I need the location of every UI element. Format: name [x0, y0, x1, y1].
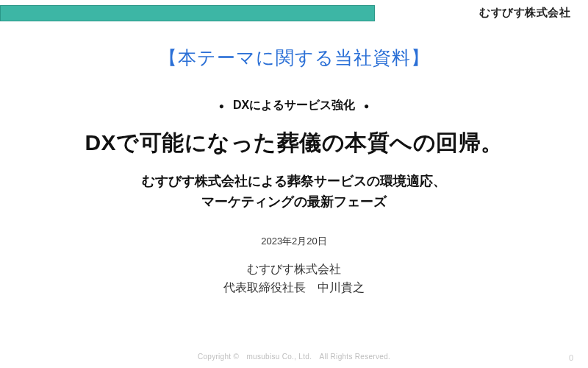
organization-block: むすびす株式会社 代表取締役社長 中川貴之: [0, 260, 588, 297]
page-number: 0: [569, 353, 573, 362]
slide-content: 【本テーマに関する当社資料】 ● DXによるサービス強化 ● DXで可能になった…: [0, 26, 588, 297]
date: 2023年2月20日: [0, 235, 588, 248]
tagline-row: ● DXによるサービス強化 ●: [0, 98, 588, 113]
company-name-top: むすびす株式会社: [479, 6, 570, 20]
bullet-right-icon: ●: [364, 101, 369, 111]
tagline-text: DXによるサービス強化: [233, 98, 355, 113]
main-headline: DXで可能になった葬儀の本質への回帰。: [0, 128, 588, 158]
accent-band: [0, 5, 375, 21]
subtitle-line-1: むすびす株式会社による葬祭サービスの環境適応、: [0, 171, 588, 192]
footer-copyright: Copyright © musubisu Co., Ltd. All Right…: [0, 352, 588, 362]
subtitle: むすびす株式会社による葬祭サービスの環境適応、 マーケティングの最新フェーズ: [0, 171, 588, 213]
subtitle-line-2: マーケティングの最新フェーズ: [0, 192, 588, 213]
bracket-title: 【本テーマに関する当社資料】: [0, 46, 588, 70]
org-title-name: 代表取締役社長 中川貴之: [0, 278, 588, 297]
header-bar: むすびす株式会社: [0, 0, 588, 26]
org-company: むすびす株式会社: [0, 260, 588, 279]
bullet-left-icon: ●: [219, 101, 224, 111]
